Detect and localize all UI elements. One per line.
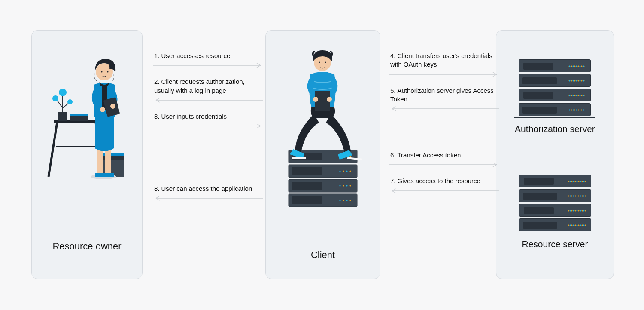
arrow-left-icon: [152, 196, 264, 201]
svg-point-47: [346, 200, 347, 201]
svg-point-20: [100, 107, 105, 112]
step-5: 5.Authorization server gives Access Toke…: [389, 86, 500, 104]
resource-owner-panel: Resource owner: [31, 30, 143, 279]
client-title: Client: [311, 249, 335, 261]
owner-client-flow: 1.User accesses resource 2.Client reques…: [152, 52, 264, 210]
arrow-right-icon: [389, 72, 500, 77]
step-7: 7.Gives access to the resource: [389, 177, 500, 185]
svg-rect-12: [70, 114, 88, 116]
svg-point-38: [343, 170, 344, 172]
authorization-server-title: Authorization server: [515, 123, 595, 135]
svg-point-39: [346, 170, 347, 172]
authorization-server-block: Authorization server: [515, 59, 595, 135]
svg-rect-4: [58, 112, 67, 121]
svg-rect-49: [292, 157, 306, 159]
svg-point-24: [107, 71, 108, 72]
svg-rect-32: [292, 196, 322, 204]
resource-server-illustration: [519, 175, 591, 233]
svg-point-45: [339, 200, 340, 201]
svg-point-43: [346, 185, 347, 186]
svg-point-44: [349, 185, 351, 186]
arrow-left-icon: [389, 188, 500, 193]
arrow-right-icon: [152, 63, 264, 68]
step-2: 2.Client requests authorization, usually…: [152, 77, 264, 95]
svg-point-46: [343, 200, 344, 201]
svg-point-23: [101, 71, 102, 72]
svg-rect-30: [292, 167, 322, 175]
svg-point-55: [319, 61, 320, 63]
svg-point-41: [339, 185, 340, 186]
client-server-flow: 4.Client transfers user's credentials wi…: [389, 52, 500, 203]
svg-line-1: [49, 123, 57, 177]
resource-server-block: Resource server: [519, 175, 591, 250]
arrow-left-icon: [389, 106, 500, 111]
client-illustration: [278, 45, 368, 219]
svg-point-48: [349, 200, 351, 201]
svg-point-10: [67, 99, 73, 104]
arrow-right-icon: [152, 123, 264, 129]
authorization-server-illustration: [519, 59, 591, 118]
step-1: 1.User accesses resource: [152, 52, 264, 60]
resource-server-title: Resource server: [522, 239, 588, 250]
svg-point-53: [327, 97, 332, 102]
svg-point-21: [110, 104, 115, 109]
servers-panel: Authorization server Resource server: [496, 30, 614, 279]
client-panel: Client: [265, 30, 380, 279]
svg-point-6: [59, 89, 67, 96]
arrow-left-icon: [152, 98, 264, 103]
step-6: 6.Transfer Access token: [389, 151, 500, 160]
svg-point-56: [325, 61, 326, 63]
svg-point-42: [343, 185, 344, 186]
svg-rect-31: [292, 182, 322, 190]
arrow-right-icon: [389, 162, 500, 167]
step-3: 3.User inputs credentials: [152, 112, 264, 121]
svg-point-40: [349, 170, 351, 172]
svg-point-8: [52, 95, 58, 101]
resource-owner-title: Resource owner: [52, 240, 121, 253]
svg-point-52: [313, 97, 318, 102]
step-8: 8.User can access the application: [152, 184, 264, 193]
step-4: 4.Client transfers user's credentials wi…: [389, 52, 500, 69]
resource-owner-illustration: [44, 48, 130, 183]
svg-point-37: [339, 170, 340, 172]
